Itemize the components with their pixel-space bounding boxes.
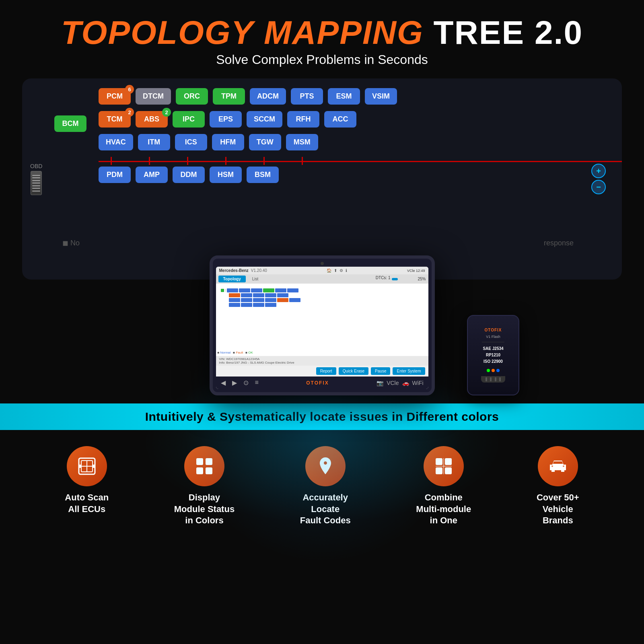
pause-button[interactable]: Pause <box>371 367 390 375</box>
dongle-connector <box>481 376 505 383</box>
tablet-action-buttons: Report Quick Erase Pause Enter System <box>216 366 428 377</box>
amp-module: AMP <box>136 167 168 183</box>
bsm-module: BSM <box>247 167 279 183</box>
feature-auto-scan: Auto ScanAll ECUs <box>65 446 109 515</box>
quick-erase-button[interactable]: Quick Erase <box>339 367 368 375</box>
bcm-module: BCM <box>54 115 86 132</box>
mini-mod <box>289 298 300 302</box>
no-response-hint: ◼ No <box>62 239 80 247</box>
tablet-brand: Mercedes-Benz V1.20.40 <box>219 268 267 273</box>
features-section: Auto ScanAll ECUs DisplayModule Statusin… <box>0 430 644 539</box>
main-title: TOPOLOGY MAPPING TREE 2.0 <box>0 16 644 49</box>
connector-pin <box>486 377 487 381</box>
mini-mod-orange <box>229 293 240 297</box>
legend-fault: ■ Fault <box>233 351 243 354</box>
mini-row-1-modules <box>227 288 298 292</box>
zoom-value: 25% <box>418 277 426 281</box>
combine-icon-circle <box>424 446 464 486</box>
menu-icon[interactable]: ≡ <box>255 379 259 387</box>
mini-topology-tree <box>219 287 425 309</box>
banner-text: Intuitively & Systematically locate issu… <box>16 410 628 424</box>
module-row-3: HVAC ITM ICS HFM TGW MSM <box>58 134 598 150</box>
auto-scan-label: Auto ScanAll ECUs <box>65 492 109 515</box>
zoom-out-button[interactable]: − <box>591 180 606 194</box>
red-vert-2 <box>149 157 150 165</box>
led-orange <box>492 369 495 372</box>
tab-topology[interactable]: Topology <box>218 276 246 282</box>
rfh-module: RFH <box>287 111 319 128</box>
combine-label: CombineMulti-modulein One <box>416 492 471 527</box>
connector-pin <box>495 377 496 381</box>
obd-pin <box>32 191 40 191</box>
svg-rect-8 <box>196 467 203 474</box>
auto-scan-icon-circle <box>67 446 107 486</box>
abs-module: ABS2 <box>136 111 168 128</box>
obd-label: OBD <box>30 163 42 169</box>
diagram-area: OBD BCM PCM6 DTCM ORC TPM ADCM PTS ESM V… <box>22 78 622 280</box>
back-icon[interactable]: ◀ <box>221 379 226 387</box>
tpm-module: TPM <box>213 88 245 105</box>
obd-pin <box>32 180 40 181</box>
status-icons: 📷 VCle 🚗 WiFi <box>377 380 423 386</box>
mini-mod <box>241 303 252 307</box>
legend: ■ Normal ■ Fault ■ OK <box>218 351 253 354</box>
vin-info: VIN: WDC1970981A12345A Info: Benz/197 JN… <box>216 356 428 366</box>
mini-row-3 <box>221 298 424 302</box>
home-icon: 🏠 <box>327 268 331 273</box>
title-tree: TREE 2.0 <box>434 14 583 51</box>
bcm-module-wrapper: BCM <box>54 115 86 132</box>
forward-icon[interactable]: ▶ <box>232 379 237 387</box>
tablet-screen: Mercedes-Benz V1.20.40 🏠 ⬆ ⚙ ℹ VCle 12:4… <box>216 267 428 389</box>
red-bus-line <box>99 161 622 162</box>
hsm-module: HSM <box>210 167 242 183</box>
obd-pin <box>32 175 40 176</box>
header: TOPOLOGY MAPPING TREE 2.0 Solve Complex … <box>0 0 644 71</box>
tablet-device: Mercedes-Benz V1.20.40 🏠 ⬆ ⚙ ℹ VCle 12:4… <box>210 255 435 395</box>
mini-mod <box>241 298 252 302</box>
obd-pin <box>32 177 40 178</box>
svg-rect-10 <box>436 458 442 465</box>
red-vert-5 <box>263 157 265 165</box>
red-vert-4 <box>225 157 226 165</box>
mini-mod <box>253 303 264 307</box>
module-row-2: TCM2 ABS2 IPC EPS SCCM RFH ACC <box>58 111 598 128</box>
zoom-in-button[interactable]: + <box>591 164 606 178</box>
led-blue <box>496 369 500 372</box>
svg-rect-12 <box>436 467 442 474</box>
obd-pin <box>32 183 40 183</box>
mini-mod <box>251 288 262 292</box>
orc-module: ORC <box>176 88 208 105</box>
connector-pin <box>490 377 492 381</box>
zoom-level: 25% <box>392 276 426 282</box>
tablet-camera <box>321 262 324 265</box>
combine-icon <box>433 456 454 477</box>
red-vert-1 <box>111 157 112 165</box>
mini-mod <box>227 288 238 292</box>
tab-list[interactable]: List <box>247 276 263 282</box>
tablet-version: V1.20.40 <box>251 268 267 273</box>
led-green <box>487 369 490 372</box>
mini-mod <box>265 298 276 302</box>
locate-faults-icon-circle <box>305 446 346 486</box>
tablet-topbar: Mercedes-Benz V1.20.40 🏠 ⬆ ⚙ ℹ VCle 12:4… <box>216 267 428 274</box>
display-module-label: DisplayModule Statusin Colors <box>174 492 235 527</box>
car-icon <box>547 456 568 477</box>
feature-display-module: DisplayModule Statusin Colors <box>174 446 235 527</box>
enter-system-button[interactable]: Enter System <box>393 367 425 375</box>
pdm-module: PDM <box>99 167 131 183</box>
obd-pin <box>32 188 40 189</box>
module-row-4: PDM AMP DDM HSM BSM <box>58 167 598 183</box>
locate-faults-label: AccuratelyLocateFault Codes <box>300 492 351 527</box>
home-nav-icon[interactable]: ⊙ <box>243 379 249 387</box>
car-icon-status: 🚗 <box>402 380 409 386</box>
mini-mod <box>277 293 288 297</box>
pcm-badge: 6 <box>125 85 134 94</box>
tablet-icons: 🏠 ⬆ ⚙ ℹ <box>327 268 347 273</box>
cover-brands-label: Cover 50+VehicleBrands <box>537 492 579 527</box>
wifi-icon: WiFi <box>412 380 424 386</box>
report-button[interactable]: Report <box>316 367 336 375</box>
scan-icon <box>76 456 97 477</box>
device-showcase: Mercedes-Benz V1.20.40 🏠 ⬆ ⚙ ℹ VCle 12:4… <box>0 255 644 395</box>
share-icon: ⬆ <box>334 268 337 273</box>
svg-rect-11 <box>445 458 452 465</box>
